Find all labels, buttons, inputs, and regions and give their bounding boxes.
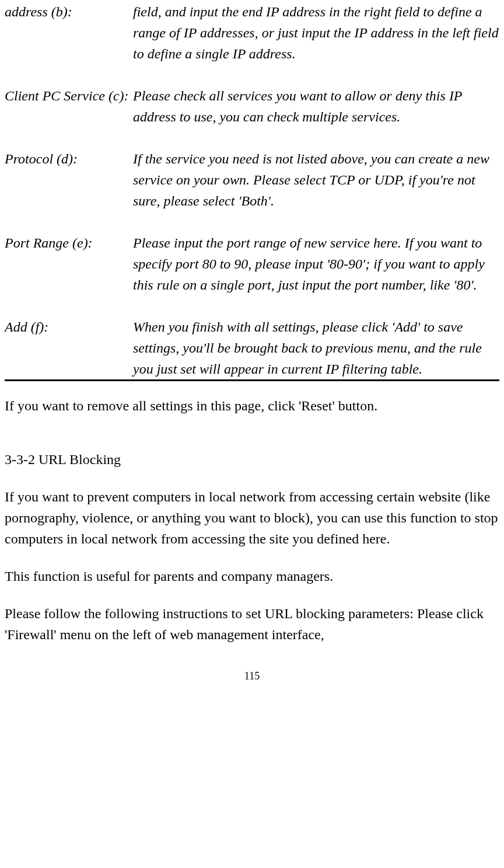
definition-label: Port Range (e): xyxy=(5,232,133,295)
definition-description: If the service you need is not listed ab… xyxy=(133,148,499,211)
definition-label: Protocol (d): xyxy=(5,148,133,211)
page-number: 115 xyxy=(5,668,499,684)
definition-description: When you finish with all settings, pleas… xyxy=(133,316,499,379)
definition-row: Protocol (d): If the service you need is… xyxy=(5,148,499,211)
definition-label: Client PC Service (c): xyxy=(5,85,133,127)
definition-row: Client PC Service (c): Please check all … xyxy=(5,85,499,127)
definition-row: Add (f): When you finish with all settin… xyxy=(5,316,499,379)
definition-description: Please check all services you want to al… xyxy=(133,85,499,127)
definition-label: Add (f): xyxy=(5,316,133,379)
section-heading: 3-3-2 URL Blocking xyxy=(5,449,499,470)
definition-row: Port Range (e): Please input the port ra… xyxy=(5,232,499,295)
table-bottom-rule xyxy=(5,379,499,381)
definition-label: address (b): xyxy=(5,1,133,64)
useful-paragraph: This function is useful for parents and … xyxy=(5,566,499,587)
definition-description: Please input the port range of new servi… xyxy=(133,232,499,295)
definitions-table: address (b): field, and input the end IP… xyxy=(5,1,499,381)
instructions-paragraph: Please follow the following instructions… xyxy=(5,603,499,645)
urlblock-paragraph: If you want to prevent computers in loca… xyxy=(5,486,499,549)
definition-description: field, and input the end IP address in t… xyxy=(133,1,499,64)
definition-row: address (b): field, and input the end IP… xyxy=(5,1,499,64)
reset-paragraph: If you want to remove all settings in th… xyxy=(5,395,499,416)
